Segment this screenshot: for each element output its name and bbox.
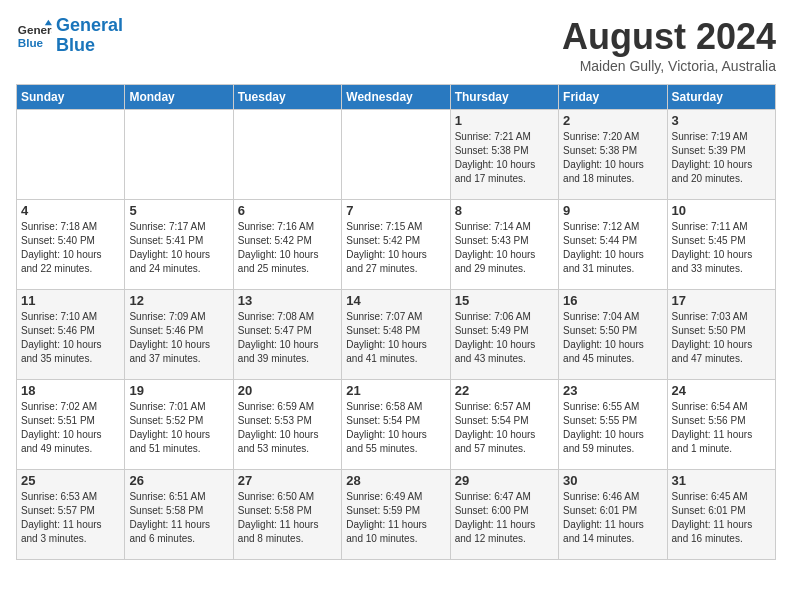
day-number: 1 [455,113,554,128]
day-cell: 22Sunrise: 6:57 AM Sunset: 5:54 PM Dayli… [450,380,558,470]
day-cell: 4Sunrise: 7:18 AM Sunset: 5:40 PM Daylig… [17,200,125,290]
day-cell: 25Sunrise: 6:53 AM Sunset: 5:57 PM Dayli… [17,470,125,560]
day-info: Sunrise: 6:49 AM Sunset: 5:59 PM Dayligh… [346,490,445,546]
day-info: Sunrise: 6:50 AM Sunset: 5:58 PM Dayligh… [238,490,337,546]
day-number: 4 [21,203,120,218]
day-number: 28 [346,473,445,488]
logo-text: General Blue [56,16,123,56]
week-row-4: 18Sunrise: 7:02 AM Sunset: 5:51 PM Dayli… [17,380,776,470]
day-info: Sunrise: 7:07 AM Sunset: 5:48 PM Dayligh… [346,310,445,366]
logo: General Blue General Blue [16,16,123,56]
day-number: 7 [346,203,445,218]
day-info: Sunrise: 7:01 AM Sunset: 5:52 PM Dayligh… [129,400,228,456]
day-info: Sunrise: 7:19 AM Sunset: 5:39 PM Dayligh… [672,130,771,186]
title-block: August 2024 Maiden Gully, Victoria, Aust… [562,16,776,74]
header-cell-sunday: Sunday [17,85,125,110]
day-cell: 26Sunrise: 6:51 AM Sunset: 5:58 PM Dayli… [125,470,233,560]
day-info: Sunrise: 7:14 AM Sunset: 5:43 PM Dayligh… [455,220,554,276]
header-cell-friday: Friday [559,85,667,110]
svg-text:Blue: Blue [18,36,44,49]
day-number: 14 [346,293,445,308]
day-info: Sunrise: 6:55 AM Sunset: 5:55 PM Dayligh… [563,400,662,456]
week-row-1: 1Sunrise: 7:21 AM Sunset: 5:38 PM Daylig… [17,110,776,200]
day-cell: 6Sunrise: 7:16 AM Sunset: 5:42 PM Daylig… [233,200,341,290]
day-number: 6 [238,203,337,218]
day-cell [17,110,125,200]
day-cell: 17Sunrise: 7:03 AM Sunset: 5:50 PM Dayli… [667,290,775,380]
day-info: Sunrise: 7:20 AM Sunset: 5:38 PM Dayligh… [563,130,662,186]
header-cell-thursday: Thursday [450,85,558,110]
day-cell: 8Sunrise: 7:14 AM Sunset: 5:43 PM Daylig… [450,200,558,290]
day-info: Sunrise: 7:17 AM Sunset: 5:41 PM Dayligh… [129,220,228,276]
day-info: Sunrise: 7:09 AM Sunset: 5:46 PM Dayligh… [129,310,228,366]
location: Maiden Gully, Victoria, Australia [562,58,776,74]
calendar-header: SundayMondayTuesdayWednesdayThursdayFrid… [17,85,776,110]
day-cell: 13Sunrise: 7:08 AM Sunset: 5:47 PM Dayli… [233,290,341,380]
day-cell: 11Sunrise: 7:10 AM Sunset: 5:46 PM Dayli… [17,290,125,380]
day-cell: 7Sunrise: 7:15 AM Sunset: 5:42 PM Daylig… [342,200,450,290]
day-number: 16 [563,293,662,308]
day-cell: 1Sunrise: 7:21 AM Sunset: 5:38 PM Daylig… [450,110,558,200]
day-cell: 12Sunrise: 7:09 AM Sunset: 5:46 PM Dayli… [125,290,233,380]
day-number: 2 [563,113,662,128]
day-info: Sunrise: 6:58 AM Sunset: 5:54 PM Dayligh… [346,400,445,456]
week-row-2: 4Sunrise: 7:18 AM Sunset: 5:40 PM Daylig… [17,200,776,290]
day-info: Sunrise: 6:46 AM Sunset: 6:01 PM Dayligh… [563,490,662,546]
day-cell: 28Sunrise: 6:49 AM Sunset: 5:59 PM Dayli… [342,470,450,560]
header-cell-monday: Monday [125,85,233,110]
day-info: Sunrise: 7:02 AM Sunset: 5:51 PM Dayligh… [21,400,120,456]
calendar-table: SundayMondayTuesdayWednesdayThursdayFrid… [16,84,776,560]
day-cell: 20Sunrise: 6:59 AM Sunset: 5:53 PM Dayli… [233,380,341,470]
day-info: Sunrise: 6:45 AM Sunset: 6:01 PM Dayligh… [672,490,771,546]
day-number: 18 [21,383,120,398]
day-info: Sunrise: 7:11 AM Sunset: 5:45 PM Dayligh… [672,220,771,276]
day-info: Sunrise: 7:04 AM Sunset: 5:50 PM Dayligh… [563,310,662,366]
day-cell: 3Sunrise: 7:19 AM Sunset: 5:39 PM Daylig… [667,110,775,200]
day-number: 31 [672,473,771,488]
day-number: 10 [672,203,771,218]
day-info: Sunrise: 7:18 AM Sunset: 5:40 PM Dayligh… [21,220,120,276]
day-info: Sunrise: 6:53 AM Sunset: 5:57 PM Dayligh… [21,490,120,546]
day-info: Sunrise: 7:10 AM Sunset: 5:46 PM Dayligh… [21,310,120,366]
day-cell: 9Sunrise: 7:12 AM Sunset: 5:44 PM Daylig… [559,200,667,290]
day-number: 12 [129,293,228,308]
day-info: Sunrise: 7:12 AM Sunset: 5:44 PM Dayligh… [563,220,662,276]
day-info: Sunrise: 7:03 AM Sunset: 5:50 PM Dayligh… [672,310,771,366]
day-info: Sunrise: 7:16 AM Sunset: 5:42 PM Dayligh… [238,220,337,276]
day-number: 30 [563,473,662,488]
day-number: 19 [129,383,228,398]
day-info: Sunrise: 7:06 AM Sunset: 5:49 PM Dayligh… [455,310,554,366]
day-cell: 21Sunrise: 6:58 AM Sunset: 5:54 PM Dayli… [342,380,450,470]
day-info: Sunrise: 6:59 AM Sunset: 5:53 PM Dayligh… [238,400,337,456]
day-cell: 5Sunrise: 7:17 AM Sunset: 5:41 PM Daylig… [125,200,233,290]
day-info: Sunrise: 7:21 AM Sunset: 5:38 PM Dayligh… [455,130,554,186]
day-cell: 10Sunrise: 7:11 AM Sunset: 5:45 PM Dayli… [667,200,775,290]
day-cell [342,110,450,200]
day-number: 23 [563,383,662,398]
day-cell: 29Sunrise: 6:47 AM Sunset: 6:00 PM Dayli… [450,470,558,560]
day-cell [125,110,233,200]
day-cell: 15Sunrise: 7:06 AM Sunset: 5:49 PM Dayli… [450,290,558,380]
logo-blue: Blue [56,35,95,55]
day-info: Sunrise: 7:15 AM Sunset: 5:42 PM Dayligh… [346,220,445,276]
day-cell: 18Sunrise: 7:02 AM Sunset: 5:51 PM Dayli… [17,380,125,470]
day-cell: 31Sunrise: 6:45 AM Sunset: 6:01 PM Dayli… [667,470,775,560]
day-number: 22 [455,383,554,398]
day-number: 13 [238,293,337,308]
day-info: Sunrise: 6:47 AM Sunset: 6:00 PM Dayligh… [455,490,554,546]
day-number: 3 [672,113,771,128]
day-cell: 24Sunrise: 6:54 AM Sunset: 5:56 PM Dayli… [667,380,775,470]
day-number: 26 [129,473,228,488]
header-cell-wednesday: Wednesday [342,85,450,110]
header-cell-saturday: Saturday [667,85,775,110]
day-cell: 19Sunrise: 7:01 AM Sunset: 5:52 PM Dayli… [125,380,233,470]
week-row-3: 11Sunrise: 7:10 AM Sunset: 5:46 PM Dayli… [17,290,776,380]
header-cell-tuesday: Tuesday [233,85,341,110]
day-number: 5 [129,203,228,218]
day-cell: 27Sunrise: 6:50 AM Sunset: 5:58 PM Dayli… [233,470,341,560]
logo-icon: General Blue [16,18,52,54]
day-cell [233,110,341,200]
day-number: 15 [455,293,554,308]
day-cell: 14Sunrise: 7:07 AM Sunset: 5:48 PM Dayli… [342,290,450,380]
page-header: General Blue General Blue August 2024 Ma… [16,16,776,74]
